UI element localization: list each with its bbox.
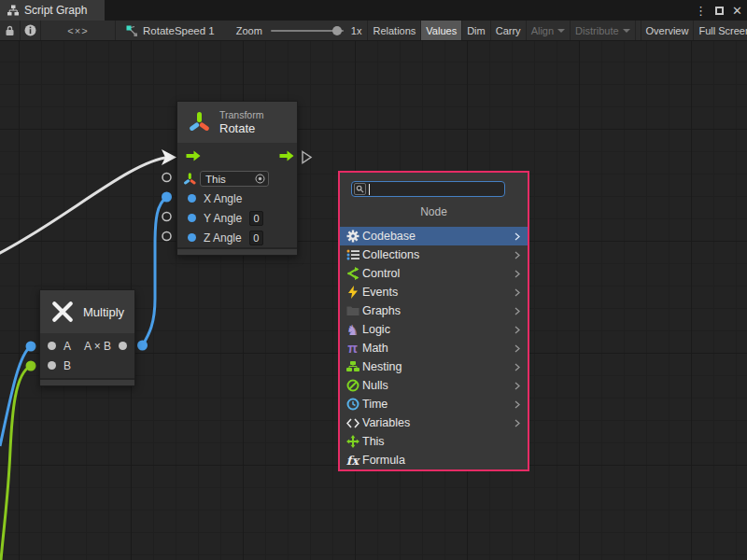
finder-item-time[interactable]: Time: [340, 395, 528, 413]
chevron-right-icon: [514, 382, 520, 390]
close-icon[interactable]: ✕: [732, 4, 742, 18]
port-xangle[interactable]: [188, 194, 196, 203]
values-button[interactable]: Values: [421, 21, 462, 40]
lock-icon: [5, 25, 15, 36]
search-input[interactable]: [351, 181, 505, 197]
port-yangle[interactable]: [188, 214, 196, 222]
chevron-right-icon: [514, 419, 520, 427]
distribute-dropdown[interactable]: Distribute: [571, 21, 635, 40]
finder-item-logic[interactable]: ♞ Logic: [340, 320, 528, 339]
finder-item-nulls[interactable]: Nulls: [340, 376, 528, 395]
gear-icon: [345, 229, 360, 244]
chevron-right-icon: [514, 251, 520, 259]
multiply-node-header[interactable]: Multiply: [40, 290, 134, 333]
maximize-icon[interactable]: [715, 7, 724, 15]
null-icon: [345, 378, 360, 393]
finder-item-nesting[interactable]: Nesting: [340, 357, 528, 376]
relations-button[interactable]: Relations: [367, 21, 421, 40]
knight-icon: ♞: [345, 322, 360, 337]
info-icon: [24, 24, 36, 36]
finder-item-events[interactable]: Events: [340, 283, 528, 301]
lock-button[interactable]: [0, 21, 21, 40]
zoom-control: Zoom 1x: [224, 21, 368, 40]
node-transform-rotate[interactable]: Transform Rotate This X Angle Y Angle 0: [176, 101, 298, 256]
chevron-right-icon: [514, 326, 520, 334]
finder-item-codebase[interactable]: Codebase: [340, 227, 528, 245]
multiply-node-footer: [40, 378, 134, 385]
formula-icon: fx: [345, 453, 360, 468]
port-row-xangle[interactable]: X Angle: [177, 189, 297, 208]
tab-script-graph[interactable]: Script Graph: [0, 0, 105, 21]
search-icon: [354, 183, 366, 195]
text-caret: [369, 184, 370, 195]
rotate-node-footer: [177, 247, 297, 255]
script-graph-asset-icon: [125, 24, 137, 36]
chevron-right-icon: [514, 363, 520, 371]
pi-icon: π: [345, 341, 360, 356]
finder-item-collections[interactable]: Collections: [340, 245, 528, 264]
zoom-value: 1x: [351, 25, 362, 36]
align-dropdown[interactable]: Align: [527, 21, 571, 40]
finder-item-this[interactable]: This: [340, 432, 528, 451]
node-category: Transform: [219, 109, 263, 120]
chevron-right-icon: [514, 307, 520, 315]
object-picker-icon[interactable]: [255, 174, 265, 184]
zoom-slider[interactable]: [271, 30, 344, 32]
port-a[interactable]: [48, 342, 56, 350]
yangle-value-field[interactable]: 0: [249, 211, 263, 226]
finder-item-math[interactable]: π Math: [340, 339, 528, 357]
chevron-right-icon: [514, 270, 520, 278]
menu-kebab-icon[interactable]: ⋮: [695, 4, 707, 18]
graph-hierarchy-icon: [7, 5, 19, 16]
clock-icon: [345, 397, 360, 412]
flow-in-arrow-icon[interactable]: [185, 149, 202, 162]
node-multiply[interactable]: Multiply A A × B B: [39, 289, 135, 386]
this-object-field[interactable]: This: [200, 171, 269, 187]
collections-icon: [345, 247, 360, 262]
lightning-icon: [345, 285, 360, 300]
zangle-value-field[interactable]: 0: [249, 231, 263, 245]
multiply-row-b[interactable]: B: [40, 356, 134, 375]
flow-out-arrow-icon[interactable]: [278, 149, 295, 162]
fuzzy-finder-popup: Node Codebase Collections Control: [338, 171, 529, 471]
chevron-right-icon: [514, 288, 520, 297]
tab-bar: Script Graph ⋮ ✕: [0, 0, 747, 21]
unity-visual-scripting-window: { "tab": { "title": "Script Graph" }, "t…: [0, 0, 747, 560]
zoom-label: Zoom: [236, 25, 262, 36]
dropdown-arrow-icon: [623, 29, 630, 33]
folder-icon: [345, 303, 360, 318]
graph-toolbar: <×> RotateSpeed 1 Zoom 1x Relations Valu…: [0, 21, 747, 41]
info-button[interactable]: [21, 21, 41, 40]
finder-item-variables[interactable]: Variables: [340, 413, 528, 432]
transform-mini-icon: [182, 172, 197, 187]
tab-title: Script Graph: [24, 4, 87, 17]
port-row-yangle[interactable]: Y Angle 0: [177, 208, 297, 228]
port-b[interactable]: [48, 361, 56, 370]
port-result[interactable]: [119, 342, 127, 350]
dim-button[interactable]: Dim: [462, 21, 491, 40]
finder-item-control[interactable]: Control: [340, 264, 528, 283]
multiply-row-a[interactable]: A A × B: [40, 336, 134, 356]
graph-asset-breadcrumb[interactable]: RotateSpeed 1: [116, 21, 224, 40]
finder-item-formula[interactable]: fx Formula: [340, 451, 528, 469]
node-title: Rotate: [219, 121, 263, 135]
node-title: Multiply: [83, 305, 124, 319]
finder-item-graphs[interactable]: Graphs: [340, 301, 528, 320]
transform-icon: [187, 110, 211, 134]
dropdown-arrow-icon: [557, 29, 565, 33]
carry-button[interactable]: Carry: [491, 21, 527, 40]
multiply-icon: [49, 299, 76, 325]
rotate-node-header[interactable]: Transform Rotate: [177, 102, 297, 143]
variables-icon: [345, 415, 360, 430]
zoom-slider-handle[interactable]: [332, 26, 342, 35]
overview-button[interactable]: Overview: [641, 21, 695, 40]
port-zangle[interactable]: [188, 233, 196, 242]
fullscreen-button[interactable]: Full Screen: [694, 21, 747, 40]
code-preview-button[interactable]: <×>: [41, 21, 116, 40]
chevron-right-icon: [514, 344, 520, 353]
control-icon: [345, 266, 360, 281]
port-row-zangle[interactable]: Z Angle 0: [177, 228, 297, 247]
chevron-right-icon: [514, 400, 520, 409]
graph-asset-label: RotateSpeed 1: [143, 25, 215, 36]
this-icon: [345, 434, 360, 449]
